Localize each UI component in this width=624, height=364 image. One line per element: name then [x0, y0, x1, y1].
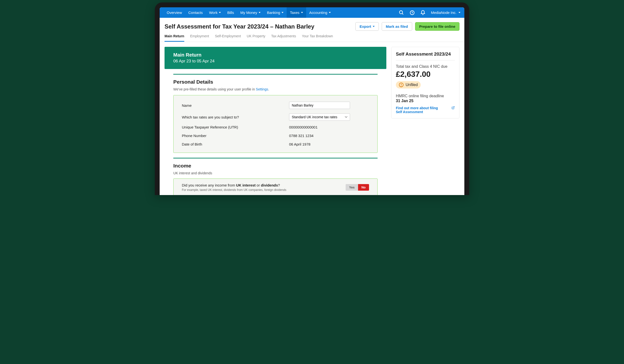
sidebar-title: Self Assessment 2023/24	[396, 52, 455, 60]
svg-line-1	[402, 13, 403, 14]
total-tax-label: Total tax and Class 4 NIC due	[396, 64, 455, 69]
personal-details-subtitle: We've pre-filled these details using you…	[173, 87, 378, 91]
tax-rates-select[interactable]: Standard UK income tax rates	[289, 113, 350, 121]
phone-label: Phone Number	[182, 134, 289, 138]
sub-tabs: Main Return Employment Self-Employment U…	[160, 31, 464, 42]
phone-value: 0788 321 1234	[289, 134, 313, 138]
screen: Overview Contacts Work Bills My Money Ba…	[160, 7, 464, 195]
content-area: Main Return 06 Apr 23 to 05 Apr 24 Perso…	[160, 42, 464, 195]
tab-uk-property[interactable]: UK Property	[247, 34, 265, 42]
deadline-label: HMRC online filing deadline	[396, 94, 455, 98]
tab-main-return[interactable]: Main Return	[164, 34, 184, 42]
tab-tax-breakdown[interactable]: Your Tax Breakdown	[302, 34, 333, 42]
income-question: Did you receive any income from UK inter…	[182, 183, 286, 187]
dob-label: Date of Birth	[182, 142, 289, 146]
learn-more-link[interactable]: Find out more about filing Self Assessme…	[396, 106, 440, 114]
chevron-down-icon	[219, 12, 221, 13]
main-content: Main Return 06 Apr 23 to 05 Apr 24 Perso…	[164, 47, 386, 195]
name-input[interactable]	[289, 102, 350, 109]
search-icon[interactable]	[399, 10, 404, 15]
svg-point-0	[399, 10, 403, 14]
personal-details-section: Personal Details We've pre-filled these …	[164, 74, 386, 153]
income-subtitle: UK interest and dividends	[173, 171, 378, 175]
chevron-down-icon	[459, 12, 460, 13]
personal-details-title: Personal Details	[173, 79, 378, 85]
utr-value: 00000000000001	[289, 125, 318, 129]
utr-label: Unique Taxpayer Reference (UTR)	[182, 125, 289, 129]
export-button[interactable]: Export	[355, 22, 379, 31]
nav-work[interactable]: Work	[206, 7, 224, 18]
status-text: Unfiled	[406, 83, 418, 87]
tab-self-employment[interactable]: Self-Employment	[215, 34, 241, 42]
chevron-down-icon	[345, 116, 347, 118]
tab-tax-adjustments[interactable]: Tax Adjustments	[271, 34, 296, 42]
main-return-banner: Main Return 06 Apr 23 to 05 Apr 24	[164, 47, 386, 69]
dob-value: 06 April 1978	[289, 142, 311, 146]
toggle-no-button[interactable]: No	[358, 184, 369, 191]
tab-employment[interactable]: Employment	[190, 34, 209, 42]
chevron-down-icon	[282, 12, 284, 13]
external-link-icon	[451, 106, 455, 109]
nav-contacts[interactable]: Contacts	[185, 7, 206, 18]
section-rule	[173, 74, 378, 75]
chevron-down-icon	[259, 12, 260, 13]
warning-icon	[399, 82, 404, 87]
yes-no-toggle: Yes No	[346, 184, 369, 191]
nav-overview[interactable]: Overview	[164, 7, 185, 18]
mark-filed-button[interactable]: Mark as filed	[382, 22, 412, 31]
chevron-down-icon	[373, 26, 375, 27]
nav-accounting[interactable]: Accounting	[306, 7, 334, 18]
clock-icon[interactable]	[410, 10, 415, 15]
total-tax-amount: £2,637.00	[396, 70, 455, 79]
personal-details-panel: Name Which tax rates are you subject to?…	[173, 95, 378, 153]
chevron-down-icon	[329, 12, 331, 13]
name-label: Name	[182, 103, 289, 107]
company-selector[interactable]: MediaNode Inc.	[431, 10, 460, 15]
deadline-date: 31 Jan 25	[396, 99, 455, 103]
income-title: Income	[173, 163, 378, 169]
nav-bills[interactable]: Bills	[224, 7, 237, 18]
nav-my-money[interactable]: My Money	[237, 7, 264, 18]
status-badge: Unfiled	[396, 81, 421, 88]
summary-sidebar: Self Assessment 2023/24 Total tax and Cl…	[391, 47, 460, 119]
svg-point-5	[401, 86, 402, 86]
settings-link[interactable]: Settings	[256, 87, 268, 91]
banner-date-range: 06 Apr 23 to 05 Apr 24	[173, 59, 378, 64]
top-nav: Overview Contacts Work Bills My Money Ba…	[160, 7, 464, 18]
bell-icon[interactable]	[420, 10, 426, 15]
nav-taxes[interactable]: Taxes	[287, 7, 306, 18]
chevron-down-icon	[301, 12, 303, 13]
page-header: Self Assessment for Tax Year 2023/24 – N…	[160, 18, 464, 31]
section-rule	[173, 158, 378, 158]
banner-title: Main Return	[173, 52, 378, 58]
page-title: Self Assessment for Tax Year 2023/24 – N…	[164, 23, 314, 30]
tax-rates-label: Which tax rates are you subject to?	[182, 115, 289, 119]
prepare-file-button[interactable]: Prepare to file online	[415, 22, 460, 31]
nav-banking[interactable]: Banking	[264, 7, 287, 18]
toggle-yes-button[interactable]: Yes	[346, 184, 358, 191]
income-question-hint: For example, taxed UK interest, dividend…	[182, 188, 286, 192]
income-question-panel: Did you receive any income from UK inter…	[173, 179, 378, 195]
income-section: Income UK interest and dividends Did you…	[164, 158, 386, 195]
laptop-frame: Overview Contacts Work Bills My Money Ba…	[155, 2, 469, 195]
